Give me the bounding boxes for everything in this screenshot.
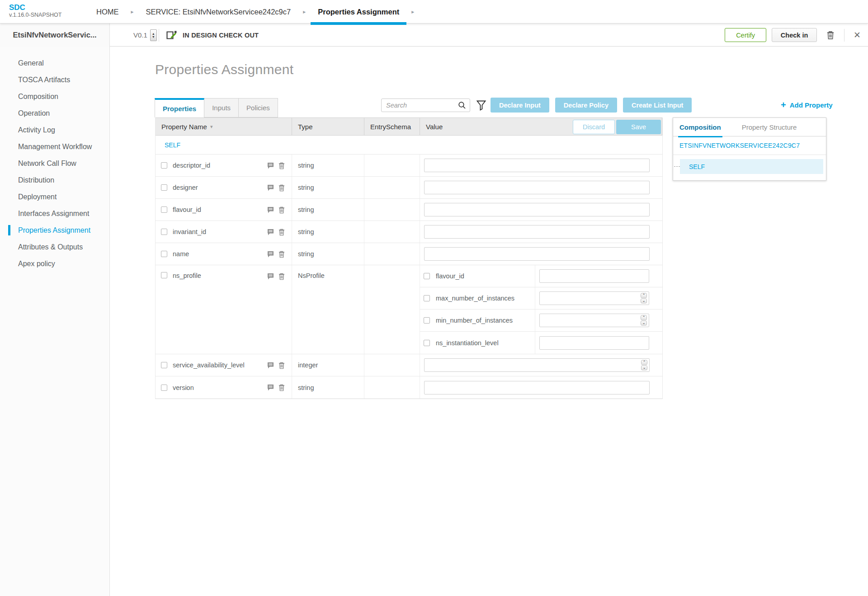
breadcrumb-service[interactable]: SERVICE: EtsiNfvNetworkServicee242c9c7 (146, 8, 291, 16)
number-spinner[interactable]: ⌃⌄ (641, 293, 647, 304)
sdc-logo[interactable]: SDC v.1.16.0-SNAPSHOT (9, 3, 61, 19)
search-icon[interactable] (458, 101, 466, 109)
search-input[interactable] (382, 102, 458, 109)
comment-icon[interactable] (267, 361, 274, 369)
sidebar-item-composition[interactable]: Composition (0, 88, 109, 105)
table-row-descriptor-id: descriptor_id string (156, 155, 662, 177)
lifecycle-status: IN DESIGN CHECK OUT (165, 23, 259, 47)
row-checkbox[interactable] (424, 273, 430, 279)
tab-property-structure[interactable]: Property Structure (742, 118, 797, 136)
number-spinner[interactable]: ⌃⌄ (641, 360, 647, 371)
comment-icon[interactable] (267, 228, 274, 236)
spinner-down-icon[interactable]: ⌄ (641, 299, 647, 304)
discard-button[interactable]: Discard (573, 120, 615, 134)
value-input[interactable] (424, 247, 650, 261)
row-checkbox[interactable] (161, 385, 167, 391)
spinner-up-icon[interactable]: ⌃ (641, 360, 647, 365)
property-type: string (292, 199, 364, 221)
sidebar-item-activity-log[interactable]: Activity Log (0, 122, 109, 138)
row-checkbox[interactable] (161, 229, 167, 235)
tab-composition[interactable]: Composition (679, 118, 721, 136)
sidebar-item-attributes-outputs[interactable]: Attributes & Outputs (0, 239, 109, 255)
value-input[interactable] (539, 336, 649, 350)
value-input[interactable] (539, 269, 649, 283)
version-selector[interactable]: V0.1 ▴▾ (133, 23, 157, 47)
sidebar-item-apex-policy[interactable]: Apex policy (0, 255, 109, 272)
value-input[interactable] (539, 291, 649, 305)
close-icon[interactable]: ✕ (854, 30, 861, 40)
spinner-down-icon[interactable]: ⌄ (641, 366, 647, 371)
property-name: descriptor_id (173, 162, 210, 169)
sidebar-item-management-workflow[interactable]: Management Workflow (0, 138, 109, 155)
comment-icon[interactable] (267, 184, 274, 192)
spinner-up-icon[interactable]: ⌃ (641, 315, 647, 320)
entry-schema-cell (364, 199, 420, 221)
value-input[interactable] (424, 358, 650, 372)
delete-property-icon[interactable] (278, 228, 285, 236)
tree-item-self[interactable]: SELF (680, 159, 823, 174)
declare-policy-button[interactable]: Declare Policy (555, 98, 617, 113)
sidebar-item-interfaces-assignment[interactable]: Interfaces Assignment (0, 205, 109, 222)
row-checkbox[interactable] (161, 272, 167, 278)
component-link[interactable]: ETSINFVNETWORKSERVICEE242C9C7 (679, 142, 800, 149)
tab-policies[interactable]: Policies (238, 98, 278, 117)
value-input[interactable] (539, 314, 649, 327)
row-checkbox[interactable] (424, 317, 430, 324)
row-checkbox[interactable] (161, 362, 167, 368)
add-property-button[interactable]: + Add Property (781, 100, 833, 109)
sidebar-item-general[interactable]: General (0, 55, 109, 71)
column-header-property-name[interactable]: Property Name ▾ (156, 118, 292, 135)
breadcrumb-properties-assignment[interactable]: Properties Assignment (318, 0, 399, 23)
create-list-input-button[interactable]: Create List Input (623, 98, 692, 113)
delete-service-icon[interactable] (826, 30, 835, 40)
delete-property-icon[interactable] (278, 206, 285, 214)
delete-property-icon[interactable] (278, 162, 285, 169)
value-input[interactable] (424, 203, 650, 216)
sub-property-name: ns_instantiation_level (436, 339, 499, 347)
row-checkbox[interactable] (161, 162, 167, 169)
row-checkbox[interactable] (424, 295, 430, 301)
sidebar-item-properties-assignment[interactable]: Properties Assignment (0, 222, 109, 239)
declare-input-button[interactable]: Declare Input (491, 98, 549, 113)
row-checkbox[interactable] (424, 340, 430, 346)
value-input[interactable] (424, 225, 650, 239)
checkin-button[interactable]: Check in (772, 28, 817, 42)
certify-button[interactable]: Certify (725, 28, 766, 42)
comment-icon[interactable] (267, 384, 274, 391)
sidebar-item-deployment[interactable]: Deployment (0, 188, 109, 205)
delete-property-icon[interactable] (278, 361, 285, 369)
spinner-down-icon[interactable]: ⌄ (641, 321, 647, 326)
breadcrumb-home[interactable]: HOME (96, 8, 119, 16)
filter-icon[interactable] (476, 100, 486, 113)
comment-icon[interactable] (267, 162, 274, 169)
delete-property-icon[interactable] (278, 384, 285, 391)
number-spinner[interactable]: ⌃⌄ (641, 315, 647, 326)
row-checkbox[interactable] (161, 206, 167, 213)
self-scope-link[interactable]: SELF (165, 141, 180, 149)
save-button[interactable]: Save (616, 120, 661, 134)
tab-properties[interactable]: Properties (155, 98, 204, 117)
status-text: IN DESIGN CHECK OUT (183, 32, 259, 39)
value-input[interactable] (424, 159, 650, 172)
value-input[interactable] (424, 181, 650, 194)
sidebar-item-tosca-artifacts[interactable]: TOSCA Artifacts (0, 71, 109, 88)
delete-property-icon[interactable] (278, 272, 285, 280)
value-input[interactable] (424, 381, 650, 394)
version-stepper-icon[interactable]: ▴▾ (150, 29, 157, 41)
property-type: integer (292, 354, 364, 376)
comment-icon[interactable] (267, 250, 274, 258)
sidebar-item-operation[interactable]: Operation (0, 105, 109, 122)
row-checkbox[interactable] (161, 251, 167, 257)
comment-icon[interactable] (267, 206, 274, 214)
tab-inputs[interactable]: Inputs (204, 98, 239, 117)
delete-property-icon[interactable] (278, 184, 285, 192)
comment-icon[interactable] (267, 272, 274, 280)
spinner-up-icon[interactable]: ⌃ (641, 293, 647, 298)
breadcrumb-arrow-icon: ▸ (411, 9, 414, 15)
row-checkbox[interactable] (161, 184, 167, 191)
delete-property-icon[interactable] (278, 250, 285, 258)
property-name: designer (173, 184, 198, 191)
left-nav: General TOSCA Artifacts Composition Oper… (0, 47, 110, 596)
sidebar-item-network-call-flow[interactable]: Network Call Flow (0, 155, 109, 172)
sidebar-item-distribution[interactable]: Distribution (0, 172, 109, 188)
